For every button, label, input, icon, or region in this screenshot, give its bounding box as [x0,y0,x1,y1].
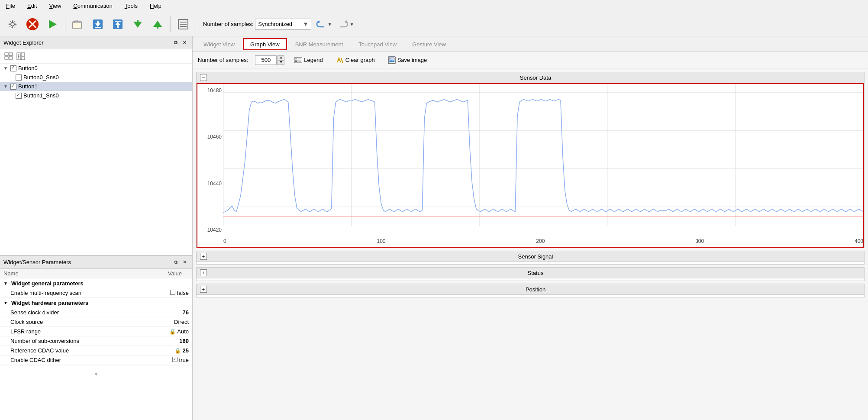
multi-freq-checkbox[interactable] [170,290,175,295]
sensor-signal-expand-button[interactable]: + [200,253,207,260]
redo-dropdown[interactable]: ▼ [349,22,354,27]
sensor-data-collapse-button[interactable]: − [200,74,207,81]
svg-rect-19 [157,26,158,29]
position-panel: + Position [196,284,865,297]
samples-input[interactable] [255,55,277,65]
download-icon [92,18,104,30]
tree-item-button1[interactable]: ▼ Button1 [0,82,192,91]
read-mode-value: Synchronized [258,21,292,27]
menu-tools[interactable]: Tools [122,2,140,10]
param-row-cdac-dither: Enable CDAC dither true [0,355,192,365]
status-header: + Status [197,268,864,278]
list-view-button[interactable] [174,15,192,33]
redo-button[interactable]: ▼ [335,18,356,31]
tree-item-button1-sns0[interactable]: Button1_Sns0 [0,91,192,100]
params-scroll-more: ▼ [0,365,192,382]
y-label-10460: 10460 [207,134,222,140]
tab-touchpad-label: Touchpad View [358,41,397,48]
status-expand-button[interactable]: + [200,269,207,276]
col-name-label: Name [3,270,147,277]
widget-explorer-close-button[interactable]: ✕ [180,39,189,47]
upload-button[interactable] [109,15,127,33]
sensor-signal-panel: + Sensor Signal [196,251,865,265]
download-button[interactable] [89,15,107,33]
x-axis: 0 100 200 300 400 [223,236,863,247]
sensor-data-title: Sensor Data [210,74,861,81]
menu-view[interactable]: View [46,2,64,10]
import-icon [152,18,164,30]
y-label-10480: 10480 [207,87,222,94]
x-label-300: 300 [695,238,704,247]
svg-line-43 [341,58,343,63]
svg-marker-25 [344,20,347,23]
save-image-button[interactable]: Save image [385,55,430,65]
svg-rect-11 [95,27,101,28]
params-close-button[interactable]: ✕ [180,258,189,267]
samples-input-group: ▲ ▼ [255,55,284,65]
lock-icon-lfsr: 🔒 [169,329,176,335]
sensor-signal-title: Sensor Signal [210,253,861,260]
graph-controls: Number of samples: ▲ ▼ Legen [193,52,868,68]
button1-sns0-checkbox[interactable] [16,93,22,99]
x-label-0: 0 [223,238,226,247]
play-button[interactable] [43,15,61,33]
col-value-label: Value [147,270,182,277]
scroll-down-hint: ▼ [94,371,99,377]
svg-rect-17 [137,20,139,23]
export-button[interactable] [129,15,147,33]
file-open-button[interactable] [69,15,87,33]
graph-area: − Sensor Data 10480 10460 10440 10420 [193,68,868,420]
read-mode-dropdown-arrow: ▼ [303,21,308,27]
legend-icon [294,57,302,63]
undo-button[interactable]: ▼ [313,18,334,31]
button1-label: Button1 [18,83,38,90]
settings-button[interactable] [3,15,22,33]
sensor-data-chart: 10480 10460 10440 10420 [197,83,864,248]
tab-widget-view-label: Widget View [203,41,235,48]
clear-graph-button[interactable]: Clear graph [333,55,378,65]
params-panel: Widget/Sensor Parameters ⧉ ✕ Name Value … [0,255,192,420]
undo-dropdown[interactable]: ▼ [327,22,332,27]
tab-widget-view[interactable]: Widget View [196,38,242,50]
button0-checkbox[interactable] [10,65,16,71]
param-sub-conv-name: Number of sub-conversions [10,338,154,344]
position-expand-button[interactable]: + [200,286,207,293]
tab-gesture-view[interactable]: Gesture View [405,38,453,50]
samples-spinner: ▲ ▼ [278,55,284,65]
read-mode-select[interactable]: Synchronized ▼ [255,19,311,30]
param-sense-clock-value: 76 [154,309,189,316]
widget-explorer-restore-button[interactable]: ⧉ [171,39,180,47]
param-sense-clock-name: Sense clock divider [10,309,154,316]
widget-collapse-all-button[interactable] [16,51,26,61]
menu-edit[interactable]: Edit [25,2,39,10]
tree-item-button0[interactable]: ▼ Button0 [0,64,192,73]
svg-rect-29 [9,57,13,59]
menu-file[interactable]: File [3,2,18,10]
samples-decrement[interactable]: ▼ [278,60,284,65]
separator-2 [170,16,171,32]
clear-graph-label: Clear graph [345,57,375,63]
menu-communication[interactable]: Communication [71,2,115,10]
button0-sns0-checkbox[interactable] [16,74,22,81]
import-button[interactable] [148,15,167,33]
stop-button[interactable] [23,15,42,33]
param-lfsr-value: 🔒 Auto [154,328,189,335]
undo-redo-group: ▼ ▼ [313,18,356,31]
chevron-group-general: ▼ [3,281,8,286]
widget-expand-all-button[interactable] [3,51,14,61]
samples-increment[interactable]: ▲ [278,55,284,60]
legend-button[interactable]: Legend [291,55,326,65]
tab-touchpad-view[interactable]: Touchpad View [351,38,404,50]
param-group-general: ▼ Widget general parameters [0,278,192,288]
params-restore-button[interactable]: ⧉ [171,258,180,267]
tree-item-button0-sns0[interactable]: Button0_Sns0 [0,73,192,82]
tab-graph-view[interactable]: Graph View [243,38,287,50]
cdac-dither-checkbox[interactable] [172,357,177,362]
menu-help[interactable]: Help [147,2,164,10]
tab-snr-measurement[interactable]: SNR Measurement [288,38,351,50]
button0-label: Button0 [18,65,38,71]
svg-marker-18 [153,21,162,27]
button1-checkbox[interactable] [10,84,16,90]
export-icon [132,18,144,30]
tab-bar: Widget View Graph View SNR Measurement T… [193,36,868,52]
